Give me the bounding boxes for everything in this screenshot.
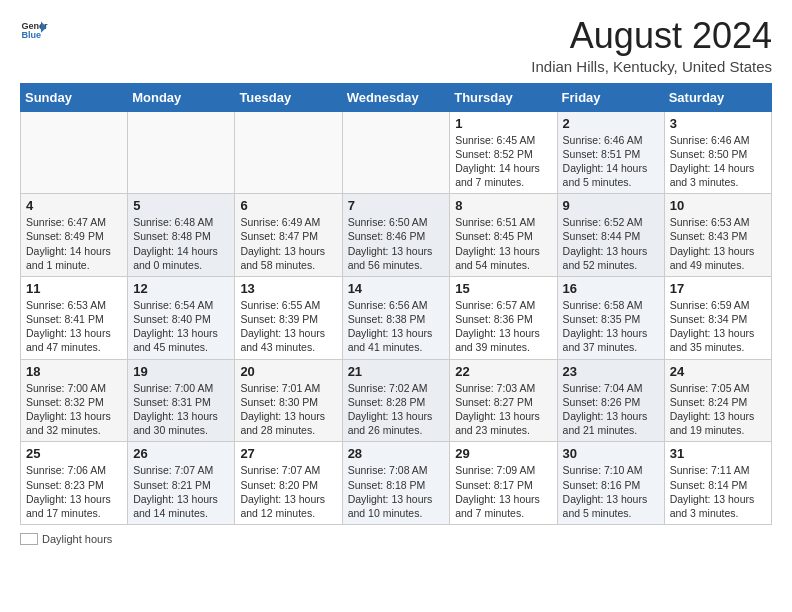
day-info: Sunrise: 6:55 AM Sunset: 8:39 PM Dayligh… (240, 298, 336, 355)
day-info: Sunrise: 7:02 AM Sunset: 8:28 PM Dayligh… (348, 381, 445, 438)
day-number: 31 (670, 446, 766, 461)
calendar-cell: 17Sunrise: 6:59 AM Sunset: 8:34 PM Dayli… (664, 276, 771, 359)
calendar-cell: 10Sunrise: 6:53 AM Sunset: 8:43 PM Dayli… (664, 194, 771, 277)
sub-title: Indian Hills, Kentucky, United States (531, 58, 772, 75)
logo-icon: General Blue (20, 16, 48, 44)
day-info: Sunrise: 7:10 AM Sunset: 8:16 PM Dayligh… (563, 463, 659, 520)
day-number: 17 (670, 281, 766, 296)
day-info: Sunrise: 7:07 AM Sunset: 8:21 PM Dayligh… (133, 463, 229, 520)
calendar-cell (21, 111, 128, 194)
day-info: Sunrise: 7:00 AM Sunset: 8:32 PM Dayligh… (26, 381, 122, 438)
calendar-cell (128, 111, 235, 194)
day-number: 18 (26, 364, 122, 379)
day-header-saturday: Saturday (664, 83, 771, 111)
calendar-cell: 29Sunrise: 7:09 AM Sunset: 8:17 PM Dayli… (450, 442, 557, 525)
legend-daylight-label: Daylight hours (42, 533, 112, 545)
day-number: 6 (240, 198, 336, 213)
day-info: Sunrise: 6:52 AM Sunset: 8:44 PM Dayligh… (563, 215, 659, 272)
calendar-cell: 7Sunrise: 6:50 AM Sunset: 8:46 PM Daylig… (342, 194, 450, 277)
day-info: Sunrise: 6:49 AM Sunset: 8:47 PM Dayligh… (240, 215, 336, 272)
day-number: 1 (455, 116, 551, 131)
calendar-cell: 27Sunrise: 7:07 AM Sunset: 8:20 PM Dayli… (235, 442, 342, 525)
calendar-cell: 31Sunrise: 7:11 AM Sunset: 8:14 PM Dayli… (664, 442, 771, 525)
calendar-cell: 22Sunrise: 7:03 AM Sunset: 8:27 PM Dayli… (450, 359, 557, 442)
day-info: Sunrise: 7:06 AM Sunset: 8:23 PM Dayligh… (26, 463, 122, 520)
calendar-cell: 12Sunrise: 6:54 AM Sunset: 8:40 PM Dayli… (128, 276, 235, 359)
calendar-cell: 20Sunrise: 7:01 AM Sunset: 8:30 PM Dayli… (235, 359, 342, 442)
calendar-cell: 15Sunrise: 6:57 AM Sunset: 8:36 PM Dayli… (450, 276, 557, 359)
day-info: Sunrise: 6:50 AM Sunset: 8:46 PM Dayligh… (348, 215, 445, 272)
day-info: Sunrise: 6:53 AM Sunset: 8:41 PM Dayligh… (26, 298, 122, 355)
calendar-cell: 1Sunrise: 6:45 AM Sunset: 8:52 PM Daylig… (450, 111, 557, 194)
day-info: Sunrise: 6:59 AM Sunset: 8:34 PM Dayligh… (670, 298, 766, 355)
day-header-sunday: Sunday (21, 83, 128, 111)
day-number: 28 (348, 446, 445, 461)
calendar-cell: 6Sunrise: 6:49 AM Sunset: 8:47 PM Daylig… (235, 194, 342, 277)
day-number: 5 (133, 198, 229, 213)
calendar-cell: 18Sunrise: 7:00 AM Sunset: 8:32 PM Dayli… (21, 359, 128, 442)
calendar-week-row: 25Sunrise: 7:06 AM Sunset: 8:23 PM Dayli… (21, 442, 772, 525)
calendar-cell: 4Sunrise: 6:47 AM Sunset: 8:49 PM Daylig… (21, 194, 128, 277)
day-number: 3 (670, 116, 766, 131)
legend-swatch-daylight (20, 533, 38, 545)
day-number: 14 (348, 281, 445, 296)
day-info: Sunrise: 6:51 AM Sunset: 8:45 PM Dayligh… (455, 215, 551, 272)
logo: General Blue (20, 16, 48, 44)
day-info: Sunrise: 7:00 AM Sunset: 8:31 PM Dayligh… (133, 381, 229, 438)
day-info: Sunrise: 7:03 AM Sunset: 8:27 PM Dayligh… (455, 381, 551, 438)
day-info: Sunrise: 6:46 AM Sunset: 8:50 PM Dayligh… (670, 133, 766, 190)
title-area: August 2024 Indian Hills, Kentucky, Unit… (531, 16, 772, 75)
day-info: Sunrise: 6:48 AM Sunset: 8:48 PM Dayligh… (133, 215, 229, 272)
day-number: 27 (240, 446, 336, 461)
calendar-cell: 25Sunrise: 7:06 AM Sunset: 8:23 PM Dayli… (21, 442, 128, 525)
calendar-cell: 11Sunrise: 6:53 AM Sunset: 8:41 PM Dayli… (21, 276, 128, 359)
calendar-cell: 16Sunrise: 6:58 AM Sunset: 8:35 PM Dayli… (557, 276, 664, 359)
calendar-cell: 19Sunrise: 7:00 AM Sunset: 8:31 PM Dayli… (128, 359, 235, 442)
day-number: 15 (455, 281, 551, 296)
day-info: Sunrise: 7:01 AM Sunset: 8:30 PM Dayligh… (240, 381, 336, 438)
day-number: 30 (563, 446, 659, 461)
calendar-cell: 8Sunrise: 6:51 AM Sunset: 8:45 PM Daylig… (450, 194, 557, 277)
calendar-cell: 23Sunrise: 7:04 AM Sunset: 8:26 PM Dayli… (557, 359, 664, 442)
day-info: Sunrise: 7:08 AM Sunset: 8:18 PM Dayligh… (348, 463, 445, 520)
day-number: 26 (133, 446, 229, 461)
day-number: 4 (26, 198, 122, 213)
day-info: Sunrise: 6:58 AM Sunset: 8:35 PM Dayligh… (563, 298, 659, 355)
day-number: 11 (26, 281, 122, 296)
calendar-week-row: 4Sunrise: 6:47 AM Sunset: 8:49 PM Daylig… (21, 194, 772, 277)
day-number: 19 (133, 364, 229, 379)
calendar-cell: 21Sunrise: 7:02 AM Sunset: 8:28 PM Dayli… (342, 359, 450, 442)
day-info: Sunrise: 7:11 AM Sunset: 8:14 PM Dayligh… (670, 463, 766, 520)
calendar-cell: 14Sunrise: 6:56 AM Sunset: 8:38 PM Dayli… (342, 276, 450, 359)
day-number: 24 (670, 364, 766, 379)
day-info: Sunrise: 7:09 AM Sunset: 8:17 PM Dayligh… (455, 463, 551, 520)
calendar-cell: 5Sunrise: 6:48 AM Sunset: 8:48 PM Daylig… (128, 194, 235, 277)
day-info: Sunrise: 6:56 AM Sunset: 8:38 PM Dayligh… (348, 298, 445, 355)
legend-area: Daylight hours (20, 533, 772, 545)
day-info: Sunrise: 7:07 AM Sunset: 8:20 PM Dayligh… (240, 463, 336, 520)
calendar-week-row: 18Sunrise: 7:00 AM Sunset: 8:32 PM Dayli… (21, 359, 772, 442)
calendar-table: SundayMondayTuesdayWednesdayThursdayFrid… (20, 83, 772, 525)
calendar-cell (342, 111, 450, 194)
calendar-cell: 30Sunrise: 7:10 AM Sunset: 8:16 PM Dayli… (557, 442, 664, 525)
day-info: Sunrise: 6:46 AM Sunset: 8:51 PM Dayligh… (563, 133, 659, 190)
day-number: 9 (563, 198, 659, 213)
day-header-friday: Friday (557, 83, 664, 111)
header: General Blue August 2024 Indian Hills, K… (20, 16, 772, 75)
calendar-cell: 3Sunrise: 6:46 AM Sunset: 8:50 PM Daylig… (664, 111, 771, 194)
calendar-cell: 26Sunrise: 7:07 AM Sunset: 8:21 PM Dayli… (128, 442, 235, 525)
day-number: 22 (455, 364, 551, 379)
calendar-cell: 24Sunrise: 7:05 AM Sunset: 8:24 PM Dayli… (664, 359, 771, 442)
calendar-header-row: SundayMondayTuesdayWednesdayThursdayFrid… (21, 83, 772, 111)
day-number: 13 (240, 281, 336, 296)
calendar-week-row: 11Sunrise: 6:53 AM Sunset: 8:41 PM Dayli… (21, 276, 772, 359)
day-info: Sunrise: 6:57 AM Sunset: 8:36 PM Dayligh… (455, 298, 551, 355)
day-number: 20 (240, 364, 336, 379)
day-number: 8 (455, 198, 551, 213)
day-number: 23 (563, 364, 659, 379)
day-info: Sunrise: 6:47 AM Sunset: 8:49 PM Dayligh… (26, 215, 122, 272)
main-title: August 2024 (531, 16, 772, 56)
day-number: 12 (133, 281, 229, 296)
calendar-cell: 2Sunrise: 6:46 AM Sunset: 8:51 PM Daylig… (557, 111, 664, 194)
day-number: 2 (563, 116, 659, 131)
